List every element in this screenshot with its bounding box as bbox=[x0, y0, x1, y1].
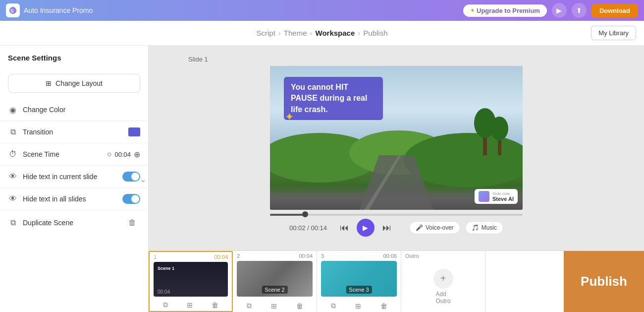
app-logo: S bbox=[6, 3, 20, 17]
navbar: Script › Theme › Workspace › Publish My … bbox=[0, 21, 644, 46]
preview-area: Slide 1 bbox=[149, 46, 644, 250]
hide-text-current-item: 👁 Hide text in current slide bbox=[0, 166, 148, 188]
voiceover-button[interactable]: 🎤 Voice-over bbox=[409, 221, 460, 234]
transition-item[interactable]: ⧉ Transition bbox=[0, 121, 148, 143]
change-color-label: Change Color bbox=[23, 106, 65, 114]
scene-1-thumb: Scene 1 00:04 bbox=[154, 262, 228, 297]
scene-1-grid-button[interactable]: ⊞ bbox=[187, 301, 193, 309]
scene-1-copy-button[interactable]: ⧉ bbox=[163, 301, 168, 309]
scene-time-item: ⏱ Scene Time ○ 00:04 ⊕ bbox=[0, 143, 148, 166]
transition-label: Transition bbox=[23, 128, 53, 136]
time-display: 00:02 / 00:14 bbox=[289, 224, 327, 232]
duplicate-scene-row: ⧉ Duplicate Scene 🗑 bbox=[0, 210, 148, 235]
breadcrumb-workspace[interactable]: Workspace bbox=[316, 29, 355, 37]
clock-icon: ⏱ bbox=[8, 149, 18, 159]
music-label: Music bbox=[482, 224, 497, 231]
hide-text-current-toggle[interactable] bbox=[122, 172, 140, 182]
scroll-down-indicator: ⌄ bbox=[140, 174, 146, 184]
upgrade-button[interactable]: Upgrade to Premium bbox=[463, 4, 547, 17]
skip-forward-button[interactable]: ⏭ bbox=[382, 223, 391, 233]
eye-off-icon-2: 👁 bbox=[8, 194, 18, 204]
scene-2-meta: 2 00:04 bbox=[233, 251, 317, 261]
scene-2-copy-button[interactable]: ⧉ bbox=[247, 302, 252, 310]
scene-2-grid-button[interactable]: ⊞ bbox=[271, 302, 277, 310]
play-button[interactable]: ▶ bbox=[357, 219, 375, 237]
scene-1-thumb-text: Scene 1 bbox=[158, 266, 174, 272]
chevron-sep-2: › bbox=[310, 29, 313, 37]
slide-container: You cannot HIT PAUSE during a real life … bbox=[270, 66, 523, 210]
present-icon-button[interactable]: ▶ bbox=[552, 3, 567, 18]
breadcrumb-theme[interactable]: Theme bbox=[284, 29, 307, 37]
download-button[interactable]: Download bbox=[591, 4, 638, 17]
breadcrumb-script[interactable]: Script bbox=[257, 29, 275, 37]
scene-1-meta: 1 00:04 bbox=[150, 252, 232, 262]
scene-2-thumb-bg: Scene 2 bbox=[237, 261, 313, 297]
watermark-text-group: Slide note Steve AI bbox=[492, 191, 514, 202]
delete-scene-button[interactable]: 🗑 bbox=[124, 216, 140, 229]
hide-text-all-toggle[interactable] bbox=[122, 194, 140, 204]
scene-3-thumb: Scene 3 bbox=[321, 261, 397, 298]
scene-item-3[interactable]: 3 00:06 Scene 3 ⧉ ⊞ 🗑 bbox=[317, 251, 401, 312]
svg-text:S: S bbox=[11, 8, 14, 13]
progress-thumb[interactable] bbox=[302, 211, 308, 217]
change-color-item[interactable]: ◉ Change Color bbox=[0, 99, 148, 121]
eye-off-icon-1: 👁 bbox=[8, 172, 18, 182]
transition-badge bbox=[128, 127, 140, 136]
duplicate-scene-left: ⧉ Duplicate Scene bbox=[8, 218, 73, 228]
layout-icon: ⊞ bbox=[46, 79, 52, 87]
change-layout-button[interactable]: ⊞ Change Layout bbox=[8, 74, 140, 93]
time-increase-button[interactable]: ⊕ bbox=[134, 150, 140, 159]
change-color-left: ◉ Change Color bbox=[8, 105, 65, 115]
voiceover-label: Voice-over bbox=[426, 224, 454, 231]
scene-item-2[interactable]: 2 00:04 Scene 2 ⧉ ⊞ 🗑 bbox=[233, 251, 317, 312]
duplicate-icon: ⧉ bbox=[8, 218, 18, 228]
topbar-left: S Auto Insurance Promo bbox=[6, 3, 93, 17]
topbar-right: Upgrade to Premium ▶ ⬆ Download bbox=[463, 3, 638, 18]
scene-1-delete-button[interactable]: 🗑 bbox=[212, 301, 218, 309]
svg-point-11 bbox=[490, 117, 508, 140]
left-panel: Scene Settings ⊞ Change Layout ◉ Change … bbox=[0, 46, 149, 312]
progress-track[interactable] bbox=[270, 214, 523, 216]
scene-3-copy-button[interactable]: ⧉ bbox=[331, 302, 336, 310]
music-icon: 🎵 bbox=[472, 224, 479, 231]
chevron-sep-3: › bbox=[358, 29, 360, 37]
scene-3-grid-button[interactable]: ⊞ bbox=[355, 302, 361, 310]
transition-left: ⧉ Transition bbox=[8, 127, 53, 137]
scene-2-time: 00:04 bbox=[299, 253, 313, 259]
slide-label: Slide 1 bbox=[188, 56, 208, 63]
publish-panel-label: Publish bbox=[581, 274, 627, 289]
hide-text-all-item: 👁 Hide text in all slides bbox=[0, 188, 148, 210]
music-button[interactable]: 🎵 Music bbox=[465, 221, 503, 234]
topbar: S Auto Insurance Promo Upgrade to Premiu… bbox=[0, 0, 644, 21]
scene-item-1[interactable]: 1 00:04 Scene 1 00:04 ⧉ ⊞ 🗑 bbox=[149, 251, 233, 312]
playback-controls: 00:02 / 00:14 ⏮ ▶ ⏭ 🎤 Voice-over 🎵 bbox=[270, 219, 523, 237]
time-value: 00:04 bbox=[114, 151, 131, 158]
project-title: Auto Insurance Promo bbox=[24, 6, 93, 14]
watermark-name: Steve AI bbox=[492, 196, 514, 202]
add-outro-box[interactable]: + Add Outro bbox=[433, 261, 453, 312]
slide-plus-icon: ✦ bbox=[285, 111, 294, 124]
hide-text-all-label: Hide text in all slides bbox=[23, 195, 86, 203]
scene-3-delete-button[interactable]: 🗑 bbox=[380, 302, 387, 310]
publish-panel[interactable]: Publish bbox=[564, 251, 644, 312]
skip-back-button[interactable]: ⏮ bbox=[340, 223, 349, 233]
time-decrease-button[interactable]: ○ bbox=[107, 150, 112, 159]
playback-bar: 00:02 / 00:14 ⏮ ▶ ⏭ 🎤 Voice-over 🎵 bbox=[270, 210, 523, 241]
share-icon-button[interactable]: ⬆ bbox=[572, 3, 587, 18]
scene-2-delete-button[interactable]: 🗑 bbox=[296, 302, 303, 310]
my-library-button[interactable]: My Library bbox=[591, 26, 636, 40]
scene-3-label: Scene 3 bbox=[346, 286, 372, 294]
scene-1-number: 1 bbox=[154, 254, 157, 260]
hide-text-current-label: Hide text in current slide bbox=[23, 173, 97, 181]
scene-1-thumb-bg: Scene 1 00:04 bbox=[154, 262, 228, 297]
progress-fill bbox=[270, 214, 305, 216]
scene-3-meta: 3 00:06 bbox=[317, 251, 401, 261]
breadcrumb-publish[interactable]: Publish bbox=[363, 29, 387, 37]
mic-icon: 🎤 bbox=[416, 224, 423, 231]
breadcrumb: Script › Theme › Workspace › Publish bbox=[257, 29, 388, 37]
outro-label: Outro bbox=[401, 251, 423, 261]
add-outro-plus-icon: + bbox=[440, 273, 446, 284]
filmstrip: 1 00:04 Scene 1 00:04 ⧉ ⊞ 🗑 bbox=[149, 250, 644, 312]
scene-2-number: 2 bbox=[237, 253, 240, 259]
change-layout-label: Change Layout bbox=[55, 79, 103, 87]
